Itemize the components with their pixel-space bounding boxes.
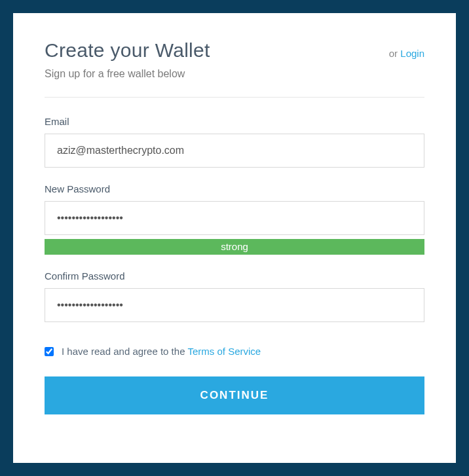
page-title: Create your Wallet <box>45 39 210 62</box>
confirm-group: Confirm Password <box>45 270 424 322</box>
terms-text: I have read and agree to the <box>62 346 185 357</box>
password-label: New Password <box>45 183 424 194</box>
email-field[interactable] <box>45 134 424 168</box>
password-group: New Password strong <box>45 183 424 255</box>
confirm-password-field[interactable] <box>45 288 424 322</box>
email-group: Email <box>45 116 424 168</box>
password-strength-bar: strong <box>45 239 424 255</box>
continue-button[interactable]: CONTINUE <box>45 376 424 414</box>
terms-link[interactable]: Terms of Service <box>187 346 261 357</box>
confirm-label: Confirm Password <box>45 270 424 282</box>
password-field[interactable] <box>45 201 424 235</box>
terms-row: I have read and agree to the Terms of Se… <box>45 346 424 357</box>
subtitle: Sign up for a free wallet below <box>45 68 424 80</box>
terms-checkbox[interactable] <box>45 347 54 356</box>
signup-card: Create your Wallet or Login Sign up for … <box>13 13 456 463</box>
email-label: Email <box>45 116 424 127</box>
login-link[interactable]: Login <box>400 48 424 59</box>
login-block: or Login <box>389 48 424 59</box>
divider <box>45 97 424 98</box>
header-row: Create your Wallet or Login <box>45 39 424 62</box>
or-text: or <box>389 48 401 59</box>
